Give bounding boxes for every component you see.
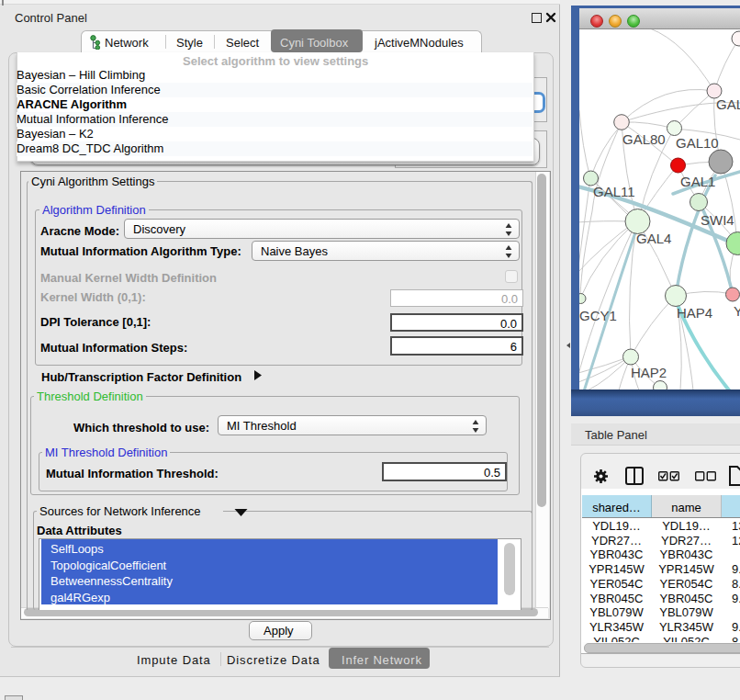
svg-text:GAL10: GAL10 <box>676 135 719 151</box>
svg-text:GAL2: GAL2 <box>716 96 740 112</box>
svg-text:SWI4: SWI4 <box>701 212 734 228</box>
svg-text:GAL1: GAL1 <box>680 174 715 189</box>
svg-text:HAP4: HAP4 <box>677 305 712 321</box>
svg-text:GCY1: GCY1 <box>579 308 617 323</box>
svg-text:HAP2: HAP2 <box>631 365 667 380</box>
svg-text:GAL11: GAL11 <box>593 184 635 199</box>
svg-text:YJL2: YJL2 <box>734 303 740 319</box>
svg-text:GAL80: GAL80 <box>622 131 666 147</box>
svg-text:GAL4: GAL4 <box>636 231 671 246</box>
